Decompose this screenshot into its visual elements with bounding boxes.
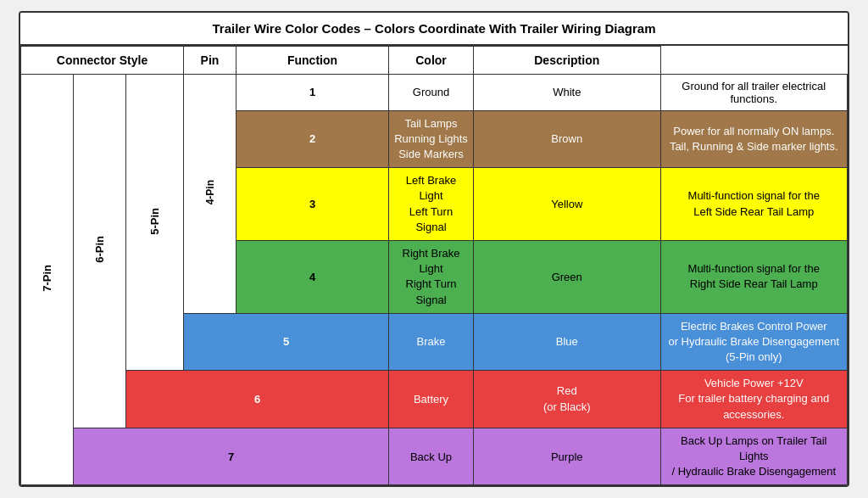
table-row: 6 Battery Red(or Black) Vehicle Power +1…	[21, 371, 848, 428]
color-1: White	[474, 74, 661, 110]
desc-1: Ground for all trailer electrical functi…	[660, 74, 848, 110]
pin-5: 5	[184, 313, 389, 371]
table-row: 7-Pin 6-Pin 5-Pin 4-Pin 1 Ground White G…	[21, 74, 848, 110]
function-2: Tail LampsRunning LightsSide Markers	[389, 110, 474, 168]
color-header: Color	[389, 46, 474, 74]
desc-7: Back Up Lamps on Trailer Tail Lights/ Hy…	[660, 428, 848, 485]
pin-2: 2	[236, 110, 389, 168]
pin-1: 1	[236, 74, 389, 110]
desc-5: Electric Brakes Control Poweror Hydrauli…	[660, 313, 848, 371]
function-5: Brake	[389, 313, 474, 371]
function-7: Back Up	[389, 428, 474, 485]
description-header: Description	[474, 46, 661, 74]
pin-6: 6	[126, 371, 389, 428]
connector-style-header: Connector Style	[21, 46, 184, 74]
header-row: Connector Style Pin Function Color Descr…	[21, 46, 848, 74]
five-pin-label: 5-Pin	[148, 208, 161, 235]
function-1: Ground	[389, 74, 474, 110]
trailer-wire-table: Trailer Wire Color Codes – Colors Coordi…	[19, 11, 849, 488]
function-3: Left Brake LightLeft Turn Signal	[389, 168, 474, 241]
seven-pin-label: 7-Pin	[41, 265, 53, 292]
function-6: Battery	[389, 371, 474, 428]
six-pin-label: 6-Pin	[93, 236, 106, 263]
color-7: Purple	[474, 428, 661, 485]
color-4: Green	[474, 240, 661, 313]
color-6: Red(or Black)	[474, 371, 661, 428]
color-3: Yellow	[474, 168, 661, 241]
pin-7: 7	[74, 428, 389, 485]
table-title: Trailer Wire Color Codes – Colors Coordi…	[20, 13, 848, 46]
four-pin-label: 4-Pin	[204, 180, 216, 204]
desc-3: Multi-function signal for theLeft Side R…	[660, 168, 848, 241]
pin-4: 4	[236, 240, 389, 313]
desc-2: Power for all normally ON lamps.Tail, Ru…	[660, 110, 848, 168]
table-row: 7 Back Up Purple Back Up Lamps on Traile…	[21, 428, 848, 485]
function-header: Function	[236, 46, 389, 74]
pin-3: 3	[236, 168, 389, 241]
desc-4: Multi-function signal for theRight Side …	[660, 240, 848, 313]
desc-6: Vehicle Power +12VFor trailer battery ch…	[660, 371, 848, 428]
color-5: Blue	[474, 313, 661, 371]
color-2: Brown	[474, 110, 661, 168]
function-4: Right Brake LightRight Turn Signal	[389, 240, 474, 313]
pin-header: Pin	[184, 46, 236, 74]
